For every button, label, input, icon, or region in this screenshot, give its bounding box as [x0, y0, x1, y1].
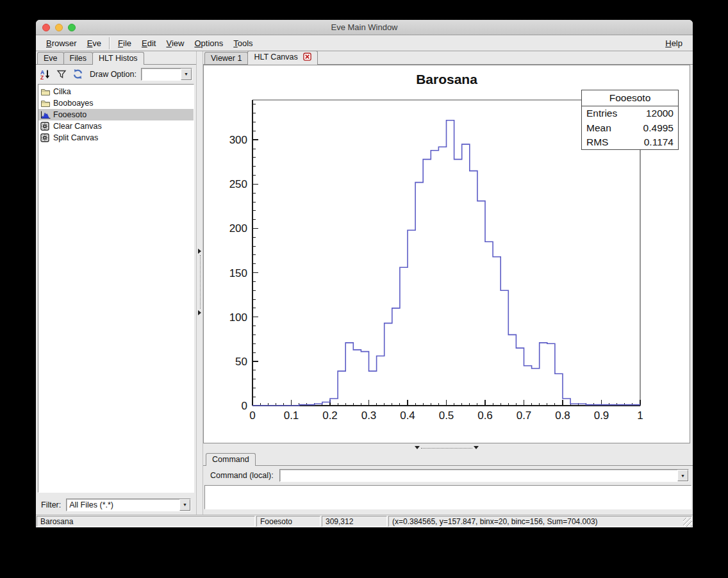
eve-main-window: Eve Main Window Browser Eve File Edit Vi…	[36, 20, 693, 527]
close-window-button[interactable]	[42, 24, 50, 31]
menu-tools[interactable]: Tools	[228, 37, 258, 50]
vertical-splitter[interactable]	[196, 51, 203, 515]
viewer-area: Viewer 1 HLT Canvas 00.10.2	[203, 51, 693, 515]
stats-row-entries: Entries 12000	[582, 106, 678, 121]
command-output-box[interactable]	[204, 485, 691, 509]
tab-command[interactable]: Command	[206, 453, 256, 466]
svg-text:0: 0	[242, 400, 247, 412]
sidebar: Eve Files HLT Histos A Z	[36, 51, 196, 515]
chevron-down-icon[interactable]: ▼	[181, 69, 192, 80]
tab-hlt-histos[interactable]: HLT Histos	[92, 52, 144, 65]
histogram-step-line	[252, 120, 640, 406]
collapse-down-icon	[415, 446, 420, 449]
sort-az-button[interactable]: A Z	[40, 69, 51, 80]
svg-text:150: 150	[229, 267, 247, 279]
filter-combobox[interactable]: All Files (*.*) ▼	[66, 499, 191, 511]
tab-viewer-1[interactable]: Viewer 1	[204, 52, 248, 64]
tree-item-split-canvas[interactable]: Split Canvas	[38, 132, 194, 144]
svg-text:0.2: 0.2	[322, 409, 338, 422]
svg-text:0.3: 0.3	[361, 409, 377, 422]
tab-hlt-canvas-label: HLT Canvas	[254, 53, 297, 62]
svg-text:250: 250	[229, 178, 247, 190]
stats-box[interactable]: Fooesoto Entries 12000 Mean 0.4995 RMS 0…	[581, 90, 679, 150]
viewer-tab-row: Viewer 1 HLT Canvas	[203, 51, 693, 65]
tree-item-booboayes[interactable]: Booboayes	[38, 97, 194, 109]
vertical-splitter-handle[interactable]	[197, 249, 203, 315]
collapse-right-icon	[198, 310, 201, 315]
command-local-label: Command (local):	[210, 471, 274, 480]
filter-button[interactable]	[56, 69, 67, 80]
tree-item-cilka[interactable]: Cilka	[38, 86, 194, 97]
sidebar-toolbar: A Z	[36, 65, 196, 83]
stats-value: 0.4995	[643, 121, 674, 136]
command-input-row: Command (local): ▼	[203, 466, 693, 485]
stats-box-title: Fooesoto	[582, 90, 678, 106]
draw-option-combobox[interactable]: ▼	[141, 68, 192, 81]
filter-icon	[56, 69, 67, 79]
refresh-button[interactable]	[72, 69, 83, 80]
tab-hlt-canvas[interactable]: HLT Canvas	[247, 51, 318, 65]
canvas-gear-icon	[40, 122, 51, 131]
tree-item-label: Booboayes	[53, 99, 94, 108]
zoom-window-button[interactable]	[68, 24, 76, 31]
svg-text:0.8: 0.8	[555, 409, 570, 422]
tab-files[interactable]: Files	[63, 52, 93, 64]
tree-item-fooesoto[interactable]: Fooesoto	[38, 109, 194, 120]
sort-az-icon: A Z	[40, 69, 51, 79]
tree-item-label: Split Canvas	[53, 133, 98, 142]
minimize-window-button[interactable]	[55, 24, 63, 31]
svg-text:1: 1	[637, 409, 643, 422]
menu-file[interactable]: File	[113, 37, 136, 50]
tab-eve[interactable]: Eve	[37, 52, 64, 64]
status-bin-info: (x=0.384565, y=157.847, binx=20, binc=15…	[388, 516, 692, 527]
chevron-down-icon[interactable]: ▼	[677, 470, 688, 481]
filter-value: All Files (*.*)	[67, 500, 179, 509]
folder-icon	[40, 99, 51, 108]
close-tab-button[interactable]	[303, 53, 311, 63]
horizontal-splitter-handle[interactable]	[415, 446, 479, 450]
y-axis-labels: 050100150200250300	[229, 134, 247, 412]
status-pixel-coords: 309,312	[322, 516, 387, 527]
refresh-icon	[72, 69, 83, 79]
root-canvas[interactable]: 00.10.20.30.40.50.60.70.80.91 0501001502…	[203, 65, 690, 443]
chevron-down-icon[interactable]: ▼	[179, 499, 190, 511]
svg-text:0.5: 0.5	[439, 409, 454, 422]
canvas-gear-icon	[40, 133, 51, 142]
command-input-combobox[interactable]: ▼	[279, 469, 689, 482]
svg-text:100: 100	[229, 311, 247, 324]
x-axis-labels: 00.10.20.30.40.50.60.70.80.91	[249, 409, 643, 422]
tree-item-label: Cilka	[53, 87, 71, 96]
stats-label: Entries	[586, 106, 617, 121]
menu-edit[interactable]: Edit	[136, 37, 161, 50]
horizontal-splitter[interactable]	[203, 443, 693, 452]
filter-label: Filter:	[41, 500, 61, 509]
filter-row: Filter: All Files (*.*) ▼	[36, 495, 196, 515]
status-object-name: Fooesoto	[256, 516, 320, 527]
menu-view[interactable]: View	[161, 37, 189, 50]
menu-browser[interactable]: Browser	[41, 37, 82, 50]
y-axis	[252, 104, 258, 406]
draw-option-label: Draw Option:	[90, 70, 136, 79]
svg-text:300: 300	[229, 134, 247, 146]
resize-grip[interactable]	[683, 518, 692, 527]
tree-item-clear-canvas[interactable]: Clear Canvas	[38, 120, 194, 132]
statusbar: Barosana Fooesoto 309,312 (x=0.384565, y…	[36, 515, 693, 527]
stats-value: 12000	[646, 106, 674, 121]
menubar: Browser Eve File Edit View Options Tools…	[36, 35, 693, 51]
svg-text:0.6: 0.6	[477, 409, 493, 422]
collapse-right-icon	[198, 249, 201, 254]
menu-eve[interactable]: Eve	[82, 37, 106, 50]
menu-options[interactable]: Options	[189, 37, 228, 50]
svg-text:0.1: 0.1	[284, 409, 299, 422]
splitter-dotted-line	[200, 255, 201, 309]
histogram-tree[interactable]: Cilka Booboayes Fooesoto	[38, 84, 194, 493]
svg-text:50: 50	[235, 356, 247, 368]
titlebar[interactable]: Eve Main Window	[36, 20, 693, 35]
svg-text:0.9: 0.9	[594, 409, 609, 422]
svg-text:0.4: 0.4	[400, 409, 415, 422]
splitter-dotted-line	[421, 448, 472, 449]
svg-text:Z: Z	[40, 74, 44, 79]
sidebar-tab-row: Eve Files HLT Histos	[36, 51, 196, 65]
svg-text:200: 200	[229, 222, 247, 235]
menu-help[interactable]: Help	[660, 37, 688, 50]
